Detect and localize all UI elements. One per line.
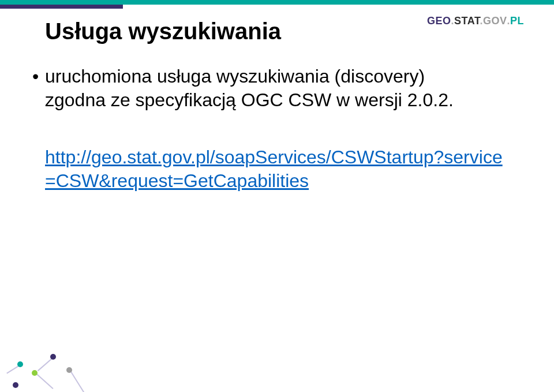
slide-content: Usługa wyszukiwania •uruchomiona usługa … [0, 0, 554, 392]
decor-dot [50, 354, 56, 360]
bullet-text: uruchomiona usługa wyszukiwania (discove… [45, 65, 484, 112]
slide-title: Usługa wyszukiwania [45, 18, 281, 44]
bullet-item: •uruchomiona usługa wyszukiwania (discov… [32, 65, 494, 112]
decor-dot [13, 382, 18, 388]
decor-dot [66, 367, 72, 373]
decor-dot [17, 361, 23, 367]
service-link[interactable]: http://geo.stat.gov.pl/soapServices/CSWS… [45, 147, 503, 191]
service-link-block: http://geo.stat.gov.pl/soapServices/CSWS… [45, 145, 507, 193]
decor-dot [32, 370, 38, 376]
bullet-marker: • [32, 65, 45, 88]
